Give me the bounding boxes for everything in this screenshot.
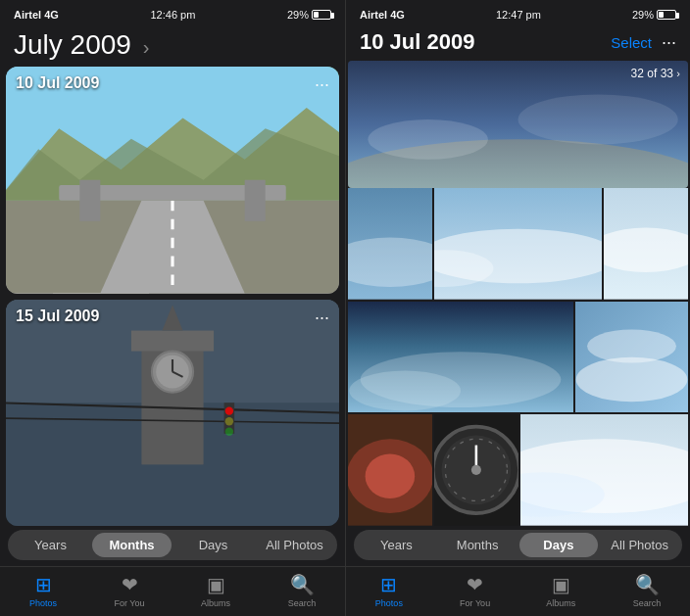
nav-albums-right[interactable]: ▣ Albums [518,573,605,608]
svg-point-21 [225,406,233,414]
battery-right: 29% [632,9,676,21]
tab-allphotos-right[interactable]: All Photos [600,533,679,557]
foryou-icon-left: ❤ [122,573,138,596]
battery-left: 29% [287,9,331,21]
year-label: 2009 [71,29,131,60]
nav-albums-left[interactable]: ▣ Albums [172,573,259,608]
bottom-nav-right: ⊞ Photos ❤ For You ▣ Albums 🔍 Search [346,566,690,616]
more-options-button[interactable]: ··· [662,32,676,53]
month-label: July [14,29,63,60]
svg-point-22 [225,416,233,424]
status-bar-right: Airtel 4G 12:47 pm 29% [346,0,690,25]
nav-search-left[interactable]: 🔍 Search [259,573,345,608]
svg-point-34 [604,227,688,271]
svg-point-26 [368,119,487,160]
svg-point-49 [471,465,481,475]
nav-label-photos-right: Photos [375,598,403,608]
select-button[interactable]: Select [611,34,652,51]
albums-icon-left: ▣ [207,573,225,596]
status-bar-left: Airtel 4G 12:46 pm 29% [0,0,345,25]
albums-icon-right: ▣ [552,573,570,596]
top-photo-right[interactable]: 32 of 33 › [348,61,688,188]
grid-cell-3-2[interactable] [434,414,518,526]
search-icon-left: 🔍 [290,573,315,596]
nav-label-foryou-right: For You [460,598,490,608]
grid-row-2 [348,302,688,413]
photo-group-2[interactable]: 15 Jul 2009 ··· [6,300,339,527]
nav-label-albums-left: Albums [201,598,230,608]
right-phone: Airtel 4G 12:47 pm 29% 10 Jul 2009 Selec… [345,0,690,616]
tab-strip-inner-left: Years Months Days All Photos [8,530,337,560]
page-title-left[interactable]: July 2009 › [14,29,149,61]
nav-photos-right[interactable]: ⊞ Photos [346,573,432,608]
svg-point-27 [518,94,678,144]
svg-point-40 [576,357,688,402]
count-badge: 32 of 33 › [631,67,680,80]
carrier-right: Airtel 4G [360,9,405,21]
scroll-content-left: 10 Jul 2009 ··· [0,67,345,526]
group-header-2: 15 Jul 2009 ··· [6,300,339,336]
tab-days-left[interactable]: Days [173,533,253,557]
svg-rect-7 [79,180,100,221]
nav-photos-left[interactable]: ⊞ Photos [0,573,86,608]
tab-months-right[interactable]: Months [438,533,518,557]
svg-point-23 [225,427,233,435]
chevron-icon-left: › [143,36,150,58]
svg-point-43 [366,454,416,498]
header-left: July 2009 › [0,25,345,67]
tab-months-left[interactable]: Months [92,533,172,557]
nav-search-right[interactable]: 🔍 Search [604,573,690,608]
carrier-left: Airtel 4G [14,9,59,21]
page-title-right: 10 Jul 2009 [360,29,611,55]
nav-foryou-left[interactable]: ❤ For You [86,573,172,608]
grid-cell-3-3[interactable] [520,414,689,526]
battery-percent-right: 29% [632,9,654,21]
tab-strip-left: Years Months Days All Photos [0,526,345,566]
chevron-right-icon: › [676,68,680,79]
svg-point-37 [349,370,461,410]
foryou-icon-right: ❤ [467,573,483,596]
nav-label-foryou-left: For You [114,598,144,608]
photo-group-1[interactable]: 10 Jul 2009 ··· [6,67,339,294]
tab-allphotos-left[interactable]: All Photos [255,533,334,557]
nav-label-search-right: Search [633,598,662,608]
tab-strip-inner-right: Years Months Days All Photos [354,530,682,560]
nav-label-photos-left: Photos [29,598,57,608]
group-date-2: 15 Jul 2009 [16,308,99,325]
grid-cell-3-1[interactable] [348,414,432,526]
nav-label-albums-right: Albums [546,598,575,608]
svg-rect-8 [245,180,266,221]
battery-percent-left: 29% [287,9,309,21]
photos-icon-left: ⊞ [35,573,52,596]
photos-icon-right: ⊞ [380,573,397,596]
grid-cell-2-1[interactable] [348,302,573,413]
group-dots-2[interactable]: ··· [315,308,329,328]
battery-icon-right [657,10,676,20]
nav-label-search-left: Search [288,598,317,608]
battery-icon-left [312,10,331,20]
tab-strip-right: Years Months Days All Photos [346,526,690,566]
grid-cell-1-1[interactable] [348,188,432,300]
photo-grid [346,188,690,526]
tab-years-left[interactable]: Years [11,533,90,557]
tab-days-right[interactable]: Days [519,533,599,557]
bottom-nav-left: ⊞ Photos ❤ For You ▣ Albums 🔍 Search [0,566,345,616]
grid-row-1 [348,188,688,300]
grid-cell-1-2[interactable] [434,188,603,300]
tab-years-right[interactable]: Years [357,533,436,557]
time-left: 12:46 pm [150,9,195,21]
group-date-1: 10 Jul 2009 [16,74,99,92]
group-header-1: 10 Jul 2009 ··· [6,67,339,103]
grid-row-3 [348,414,688,526]
svg-point-29 [348,238,432,288]
grid-cell-1-3[interactable] [604,188,688,300]
time-right: 12:47 pm [496,9,541,21]
grid-cell-2-2[interactable] [575,302,688,413]
left-phone: Airtel 4G 12:46 pm 29% July 2009 › [0,0,345,616]
group-dots-1[interactable]: ··· [315,74,329,95]
search-icon-right: 🔍 [635,573,660,596]
nav-foryou-right[interactable]: ❤ For You [432,573,518,608]
header-right: 10 Jul 2009 Select ··· [346,25,690,61]
